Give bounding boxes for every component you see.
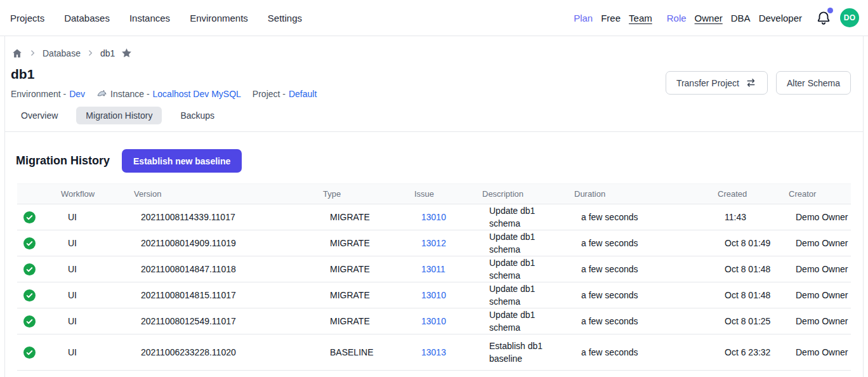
col-creator: Creator (789, 189, 851, 199)
tab-migration-history[interactable]: Migration History (76, 107, 162, 124)
header-actions: Transfer Project Alter Schema (666, 71, 851, 95)
transfer-arrows-icon (745, 77, 757, 89)
plan-label: Plan (574, 13, 593, 23)
issue-link[interactable]: 13010 (414, 212, 482, 222)
cell-workflow: UI (61, 290, 134, 300)
establish-baseline-button[interactable]: Establish new baseline (122, 149, 242, 173)
migration-history-header: Migration History Establish new baseline (5, 132, 863, 173)
success-check-icon (23, 315, 36, 327)
environment-link[interactable]: Dev (69, 89, 85, 99)
table-row[interactable]: UI 20211008114339.11017 MIGRATE 13010 Up… (17, 204, 851, 230)
database-info: db1 Environment - Dev Instance - Localho… (11, 67, 328, 99)
cell-creator: Demo Owner (789, 212, 851, 222)
section-title: Migration History (16, 154, 110, 168)
alter-schema-button[interactable]: Alter Schema (776, 71, 851, 95)
instance-label: Instance - (110, 89, 149, 99)
alter-schema-label: Alter Schema (787, 78, 840, 88)
role-dba[interactable]: DBA (731, 13, 751, 23)
cell-created: 11:43 (718, 212, 789, 222)
avatar[interactable]: DO (840, 8, 859, 27)
home-icon[interactable] (11, 48, 23, 59)
cell-description: Establish db1 baseline (482, 340, 574, 365)
col-duration: Duration (574, 189, 718, 199)
cell-version: 20211008014847.11018 (134, 264, 323, 274)
role-label: Role (667, 13, 687, 23)
issue-link[interactable]: 13013 (414, 347, 482, 357)
favorite-star-icon[interactable] (121, 47, 133, 59)
cell-description: Update db1 schema (482, 282, 574, 308)
cell-description: Update db1 schema (482, 204, 574, 230)
cell-type: MIGRATE (323, 238, 414, 248)
database-meta: Environment - Dev Instance - Localhost D… (11, 88, 328, 99)
cell-type: MIGRATE (323, 290, 414, 300)
breadcrumb-database[interactable]: Database (43, 48, 81, 58)
cell-version: 20211008014815.11017 (134, 290, 323, 300)
database-header: db1 Environment - Dev Instance - Localho… (5, 63, 863, 104)
database-tabs: Overview Migration History Backups (5, 104, 863, 132)
col-issue: Issue (414, 189, 482, 199)
breadcrumb: Database db1 (5, 36, 863, 63)
issue-link[interactable]: 13010 (414, 290, 482, 300)
col-workflow: Workflow (61, 189, 134, 199)
col-type: Type (323, 189, 414, 199)
cell-workflow: UI (61, 316, 134, 326)
cell-description: Update db1 schema (482, 256, 574, 282)
nav-item-databases[interactable]: Databases (64, 13, 110, 23)
success-check-icon (23, 263, 36, 275)
cell-type: BASELINE (323, 347, 414, 357)
cell-type: MIGRATE (323, 316, 414, 326)
table-header-row: Workflow Version Type Issue Description … (17, 183, 851, 204)
table-row[interactable]: UI 20211006233228.11020 BASELINE 13013 E… (17, 334, 851, 370)
cell-type: MIGRATE (323, 264, 414, 274)
nav-item-instances[interactable]: Instances (129, 13, 170, 23)
cell-created: Oct 6 23:32 (718, 347, 789, 357)
cell-created: Oct 8 01:25 (718, 316, 789, 326)
role-owner[interactable]: Owner (695, 13, 723, 23)
mysql-engine-icon (96, 88, 107, 99)
role-developer[interactable]: Developer (759, 13, 802, 23)
cell-duration: a few seconds (574, 290, 718, 300)
notification-dot (827, 8, 833, 13)
cell-creator: Demo Owner (789, 347, 851, 357)
cell-workflow: UI (61, 264, 134, 274)
main-nav: Projects Databases Instances Environment… (10, 13, 302, 23)
success-check-icon (23, 289, 36, 301)
cell-creator: Demo Owner (789, 290, 851, 300)
instance-link[interactable]: Localhost Dev MySQL (153, 89, 241, 99)
nav-item-settings[interactable]: Settings (268, 13, 302, 23)
table-row[interactable]: UI 20211008012549.11017 MIGRATE 13010 Up… (17, 308, 851, 334)
migration-history-table: Workflow Version Type Issue Description … (17, 183, 851, 371)
page-title: db1 (11, 67, 328, 82)
cell-duration: a few seconds (574, 264, 718, 274)
environment-label: Environment - (11, 89, 66, 99)
cell-creator: Demo Owner (789, 238, 851, 248)
project-link[interactable]: Default (289, 89, 317, 99)
cell-duration: a few seconds (574, 238, 718, 248)
cell-creator: Demo Owner (789, 316, 851, 326)
plan-upgrade-link[interactable]: Team (629, 13, 652, 23)
issue-link[interactable]: 13011 (414, 264, 482, 274)
top-navigation: Projects Databases Instances Environment… (0, 0, 868, 36)
transfer-project-button[interactable]: Transfer Project (666, 71, 768, 95)
content-container: Database db1 db1 Environment - Dev (4, 36, 864, 377)
table-row[interactable]: UI 20211008014815.11017 MIGRATE 13010 Up… (17, 282, 851, 308)
table-row[interactable]: UI 20211008014847.11018 MIGRATE 13011 Up… (17, 256, 851, 282)
table-row[interactable]: UI 20211008014909.11019 MIGRATE 13012 Up… (17, 230, 851, 256)
tab-backups[interactable]: Backups (171, 107, 224, 124)
issue-link[interactable]: 13012 (414, 238, 482, 248)
cell-workflow: UI (61, 212, 134, 222)
cell-description: Update db1 schema (482, 308, 574, 334)
cell-version: 20211006233228.11020 (134, 347, 323, 357)
tab-overview[interactable]: Overview (11, 107, 67, 124)
breadcrumb-separator-icon (86, 49, 95, 57)
nav-item-environments[interactable]: Environments (190, 13, 248, 23)
notifications-button[interactable] (815, 10, 832, 26)
cell-workflow: UI (61, 347, 134, 357)
issue-link[interactable]: 13010 (414, 316, 482, 326)
cell-version: 20211008114339.11017 (134, 212, 323, 222)
project-label: Project - (253, 89, 286, 99)
cell-version: 20211008014909.11019 (134, 238, 323, 248)
breadcrumb-separator-icon (29, 49, 37, 57)
nav-item-projects[interactable]: Projects (10, 13, 44, 23)
success-check-icon (23, 211, 36, 223)
